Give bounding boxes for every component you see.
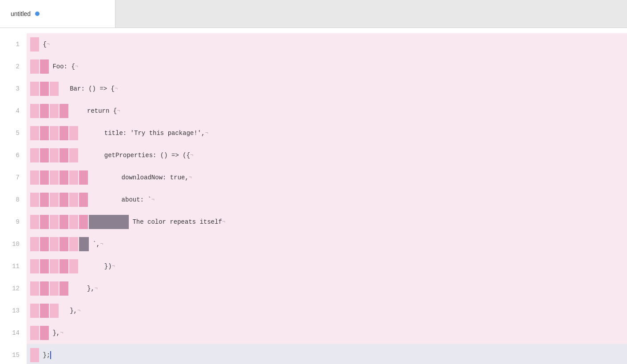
- code-line-2: Foo: {¬: [27, 55, 627, 78]
- tab-bar: untitled: [0, 0, 627, 28]
- app-window: untitled 1 2 3 4 5 6 7 8 9 10 11 12 13 1…: [0, 0, 627, 364]
- code-line-9: The color repeats itself¬: [27, 211, 627, 233]
- code-line-8: about: `¬: [27, 189, 627, 211]
- code-line-10: `,¬: [27, 233, 627, 255]
- tab-bar-empty: [115, 0, 627, 28]
- line-num-1: 1: [0, 33, 20, 55]
- code-line-15: };: [27, 344, 627, 364]
- line-num-7: 7: [0, 166, 20, 189]
- code-line-12: },¬: [27, 277, 627, 300]
- line-num-3: 3: [0, 78, 20, 100]
- code-line-11: })¬: [27, 255, 627, 277]
- line-num-11: 11: [0, 255, 20, 277]
- line-num-2: 2: [0, 55, 20, 78]
- code-line-6: getProperties: () => ({¬: [27, 144, 627, 166]
- line-num-9: 9: [0, 211, 20, 233]
- code-line-3: Bar: () => {¬: [27, 78, 627, 100]
- line-num-4: 4: [0, 100, 20, 122]
- line-num-15: 15: [0, 344, 20, 364]
- line-numbers: 1 2 3 4 5 6 7 8 9 10 11 12 13 14 15: [0, 28, 27, 364]
- code-line-14: },¬: [27, 322, 627, 344]
- unsaved-dot: [35, 12, 40, 16]
- line-num-10: 10: [0, 233, 20, 255]
- line-num-12: 12: [0, 277, 20, 300]
- line-num-14: 14: [0, 322, 20, 344]
- tab-title: untitled: [11, 10, 31, 17]
- code-area[interactable]: {¬ Foo: {¬ Bar: () => {¬: [27, 28, 627, 364]
- editor: 1 2 3 4 5 6 7 8 9 10 11 12 13 14 15 {¬: [0, 28, 627, 364]
- line-num-13: 13: [0, 300, 20, 322]
- line-num-8: 8: [0, 189, 20, 211]
- code-line-13: },¬: [27, 300, 627, 322]
- code-line-5: title: 'Try this package!',¬: [27, 122, 627, 144]
- line-num-5: 5: [0, 122, 20, 144]
- code-line-7: downloadNow: true,¬: [27, 166, 627, 189]
- line-num-6: 6: [0, 144, 20, 166]
- code-line-1: {¬: [27, 33, 627, 55]
- code-line-4: return {¬: [27, 100, 627, 122]
- tab-untitled[interactable]: untitled: [0, 0, 115, 28]
